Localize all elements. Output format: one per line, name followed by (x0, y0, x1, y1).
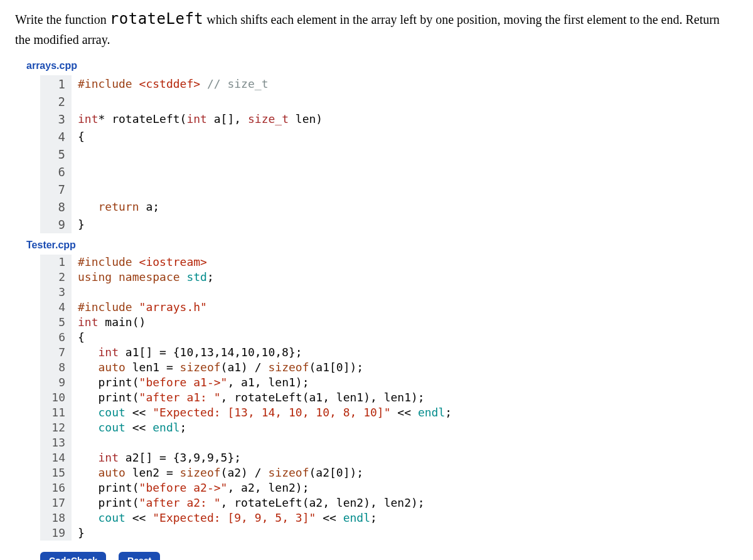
line-number: 6 (40, 163, 72, 181)
line-number: 16 (40, 480, 72, 495)
line-number: 11 (40, 405, 72, 420)
line-number: 15 (40, 465, 72, 480)
code-line: 2 (40, 93, 738, 110)
code-content (72, 145, 738, 163)
code-content: #include <iostream> (72, 255, 738, 270)
code-content: print("before a2->", a2, len2); (72, 480, 738, 495)
code-line: 8 auto len1 = sizeof(a1) / sizeof(a1[0])… (40, 360, 738, 375)
code-content: { (72, 128, 738, 145)
code-content (72, 93, 738, 110)
code-line: 3int* rotateLeft(int a[], size_t len) (40, 110, 738, 128)
code-content: } (72, 216, 738, 233)
code-content: cout << endl; (72, 420, 738, 435)
line-number: 7 (40, 345, 72, 360)
code-line: 8 return a; (40, 198, 738, 216)
line-number: 17 (40, 495, 72, 510)
code-content: { (72, 330, 738, 345)
code-content: using namespace std; (72, 270, 738, 285)
code-content: int main() (72, 315, 738, 330)
code-line: 13 (40, 435, 738, 450)
prompt-fn: rotateLeft (110, 10, 204, 28)
code-content: int a1[] = {10,13,14,10,10,8}; (72, 345, 738, 360)
line-number: 8 (40, 198, 72, 216)
line-number: 12 (40, 420, 72, 435)
line-number: 18 (40, 510, 72, 526)
code-content (72, 181, 738, 198)
line-number: 19 (40, 526, 72, 541)
line-number: 4 (40, 128, 72, 145)
code-line: 12 cout << endl; (40, 420, 738, 435)
line-number: 9 (40, 216, 72, 233)
line-number: 1 (40, 255, 72, 270)
code-content (72, 163, 738, 181)
line-number: 10 (40, 390, 72, 405)
line-number: 2 (40, 93, 72, 110)
code-line: 3 (40, 285, 738, 300)
line-number: 8 (40, 360, 72, 375)
code-content: } (72, 526, 738, 541)
line-number: 3 (40, 110, 72, 128)
line-number: 6 (40, 330, 72, 345)
code-line: 11 cout << "Expected: [13, 14, 10, 10, 8… (40, 405, 738, 420)
code-line: 9} (40, 216, 738, 233)
code-content: cout << "Expected: [9, 9, 5, 3]" << endl… (72, 510, 738, 526)
code-content (72, 435, 738, 450)
code-line: 17 print("after a2: ", rotateLeft(a2, le… (40, 495, 738, 510)
code-line: 7 int a1[] = {10,13,14,10,10,8}; (40, 345, 738, 360)
code-content: #include <cstddef> // size_t (72, 75, 738, 93)
code-content: auto len1 = sizeof(a1) / sizeof(a1[0]); (72, 360, 738, 375)
reset-button[interactable]: Reset (119, 552, 160, 560)
code-line[interactable]: 6 (40, 163, 738, 181)
file1-name: arrays.cpp (26, 60, 738, 71)
code-line: 2using namespace std; (40, 270, 738, 285)
line-number: 5 (40, 145, 72, 163)
line-number: 4 (40, 300, 72, 315)
code-content: #include "arrays.h" (72, 300, 738, 315)
code-line: 1#include <iostream> (40, 255, 738, 270)
code-line: 18 cout << "Expected: [9, 9, 5, 3]" << e… (40, 510, 738, 526)
line-number: 5 (40, 315, 72, 330)
line-number: 1 (40, 75, 72, 93)
file2-code-viewer: 1#include <iostream>2using namespace std… (40, 255, 738, 541)
code-content: int* rotateLeft(int a[], size_t len) (72, 110, 738, 128)
code-line: 10 print("after a1: ", rotateLeft(a1, le… (40, 390, 738, 405)
code-line[interactable]: 5 (40, 145, 738, 163)
code-line: 9 print("before a1->", a1, len1); (40, 375, 738, 390)
code-line: 6{ (40, 330, 738, 345)
button-row: CodeCheck Reset (40, 552, 738, 560)
line-number: 7 (40, 181, 72, 198)
code-content: cout << "Expected: [13, 14, 10, 10, 8, 1… (72, 405, 738, 420)
problem-prompt: Write the function rotateLeft which shif… (15, 8, 738, 49)
line-number: 9 (40, 375, 72, 390)
code-line: 19} (40, 526, 738, 541)
line-number: 2 (40, 270, 72, 285)
code-line[interactable]: 7 (40, 181, 738, 198)
code-content: print("after a1: ", rotateLeft(a1, len1)… (72, 390, 738, 405)
code-content: int a2[] = {3,9,9,5}; (72, 450, 738, 465)
code-line: 4#include "arrays.h" (40, 300, 738, 315)
file2-name: Tester.cpp (26, 240, 738, 251)
code-line: 15 auto len2 = sizeof(a2) / sizeof(a2[0]… (40, 465, 738, 480)
prompt-pre: Write the function (15, 13, 110, 26)
code-content: print("after a2: ", rotateLeft(a2, len2)… (72, 495, 738, 510)
code-line: 4{ (40, 128, 738, 145)
code-line: 14 int a2[] = {3,9,9,5}; (40, 450, 738, 465)
line-number: 14 (40, 450, 72, 465)
code-content: print("before a1->", a1, len1); (72, 375, 738, 390)
file1-code-editor[interactable]: 1#include <cstddef> // size_t23int* rota… (40, 75, 738, 233)
line-number: 3 (40, 285, 72, 300)
codecheck-button[interactable]: CodeCheck (40, 552, 106, 560)
line-number: 13 (40, 435, 72, 450)
code-content: return a; (72, 198, 738, 216)
code-line: 16 print("before a2->", a2, len2); (40, 480, 738, 495)
code-content (72, 285, 738, 300)
code-line: 1#include <cstddef> // size_t (40, 75, 738, 93)
code-content: auto len2 = sizeof(a2) / sizeof(a2[0]); (72, 465, 738, 480)
code-line: 5int main() (40, 315, 738, 330)
